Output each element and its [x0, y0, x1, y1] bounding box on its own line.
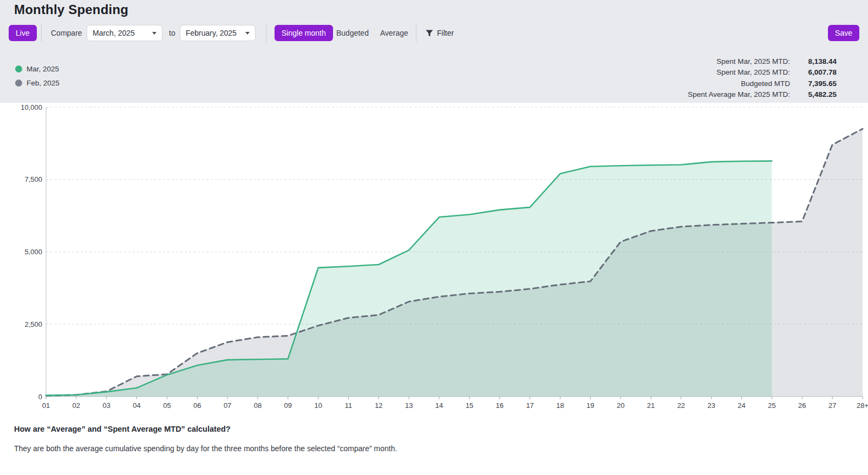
budgeted-button[interactable]: Budgeted: [332, 25, 373, 41]
compare-from-dropdown[interactable]: March, 2025: [87, 25, 162, 41]
chevron-down-icon: [245, 32, 250, 35]
legend-dot-gray: [15, 80, 22, 87]
filter-button[interactable]: Filter: [426, 25, 454, 41]
live-button[interactable]: Live: [9, 25, 37, 41]
explanation-footer: How are “Average” and “Spent Average MTD…: [14, 425, 853, 453]
legend-label: Feb, 2025: [27, 79, 60, 87]
svg-text:11: 11: [345, 401, 353, 410]
compare-label: Compare: [51, 25, 82, 41]
filter-label: Filter: [437, 29, 454, 37]
svg-text:19: 19: [586, 401, 594, 410]
legend-item-feb[interactable]: Feb, 2025: [15, 77, 60, 88]
svg-text:24: 24: [738, 401, 745, 410]
stat-label: Spent Mar, 2025 MTD:: [716, 57, 790, 65]
stat-label: Spent Mar, 2025 MTD:: [716, 68, 790, 76]
legend-item-mar[interactable]: Mar, 2025: [15, 63, 60, 74]
stat-label: Spent Average Mar, 2025 MTD:: [688, 90, 790, 98]
svg-text:23: 23: [708, 401, 715, 410]
svg-text:27: 27: [828, 401, 836, 410]
stat-value: 8,138.44: [798, 57, 837, 65]
svg-text:16: 16: [496, 401, 504, 410]
svg-text:5,000: 5,000: [24, 248, 42, 256]
stat-value: 5,482.25: [798, 90, 837, 98]
svg-text:14: 14: [435, 401, 443, 410]
toolbar: Live Compare March, 2025 to February, 20…: [0, 25, 868, 42]
svg-text:13: 13: [405, 401, 413, 410]
svg-text:21: 21: [647, 401, 655, 410]
toolbar-divider: [416, 24, 416, 42]
svg-text:05: 05: [163, 401, 171, 410]
chart-legend: Mar, 2025 Feb, 2025: [15, 63, 60, 91]
compare-to-dropdown[interactable]: February, 2025: [180, 25, 256, 41]
svg-text:07: 07: [224, 401, 231, 410]
legend-dot-green: [15, 65, 22, 72]
stat-value: 7,395.65: [798, 80, 837, 88]
chart-panel: 02,5005,0007,50010,000010203040506070809…: [0, 103, 868, 414]
svg-text:7,500: 7,500: [24, 175, 42, 183]
compare-to-value: February, 2025: [186, 29, 237, 37]
stat-row-spent-compare-mtd: Spent Mar, 2025 MTD: 6,007.78: [688, 67, 837, 78]
svg-text:09: 09: [284, 401, 292, 410]
svg-text:01: 01: [42, 401, 50, 410]
svg-text:12: 12: [375, 401, 382, 410]
funnel-icon: [426, 30, 433, 37]
svg-text:20: 20: [617, 401, 624, 410]
svg-text:18: 18: [556, 401, 564, 410]
stat-value: 6,007.78: [798, 68, 837, 76]
page-title: Monthly Spending: [14, 2, 128, 17]
toolbar-divider: [266, 24, 266, 42]
svg-text:15: 15: [466, 401, 473, 410]
spending-chart: 02,5005,0007,50010,000010203040506070809…: [0, 103, 868, 414]
svg-text:04: 04: [133, 401, 140, 410]
chevron-down-icon: [152, 32, 156, 35]
svg-text:22: 22: [677, 401, 685, 410]
explanation-heading: How are “Average” and “Spent Average MTD…: [14, 425, 853, 433]
explanation-body: They are both the average cumulative spe…: [14, 444, 853, 453]
svg-text:17: 17: [526, 401, 533, 410]
svg-text:2,500: 2,500: [24, 320, 42, 328]
svg-text:10,000: 10,000: [21, 103, 42, 111]
stat-row-budgeted-mtd: Budgeted MTD 7,395.65: [688, 78, 837, 89]
svg-text:26: 26: [798, 401, 806, 410]
toolbar-divider: [41, 24, 42, 42]
svg-text:0: 0: [38, 393, 42, 401]
svg-text:08: 08: [254, 401, 262, 410]
stat-row-spent-average-mtd: Spent Average Mar, 2025 MTD: 5,482.25: [688, 89, 837, 101]
svg-text:25: 25: [768, 401, 775, 410]
svg-text:10: 10: [314, 401, 322, 410]
single-month-button[interactable]: Single month: [275, 25, 333, 41]
to-label: to: [169, 25, 175, 41]
save-button[interactable]: Save: [828, 25, 859, 41]
compare-from-value: March, 2025: [93, 29, 135, 37]
legend-label: Mar, 2025: [27, 65, 59, 73]
stat-label: Budgeted MTD: [741, 80, 790, 88]
svg-text:28+: 28+: [857, 401, 868, 410]
summary-stats: Spent Mar, 2025 MTD: 8,138.44 Spent Mar,…: [688, 56, 837, 100]
stat-row-spent-mtd: Spent Mar, 2025 MTD: 8,138.44: [688, 56, 837, 67]
average-button[interactable]: Average: [376, 25, 413, 41]
svg-text:02: 02: [73, 401, 80, 410]
svg-text:06: 06: [193, 401, 201, 410]
svg-text:03: 03: [102, 401, 110, 410]
